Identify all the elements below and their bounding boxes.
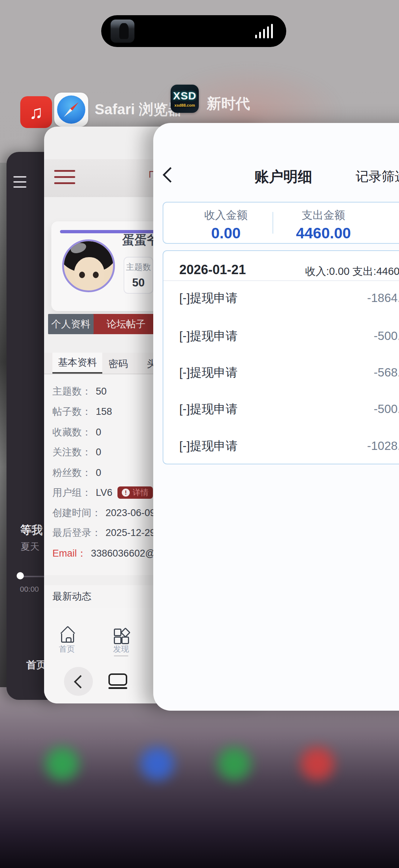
progress-handle[interactable] (17, 572, 24, 579)
background-card-sliver[interactable] (0, 163, 7, 687)
expense-value: 4460.00 (269, 226, 378, 241)
dock-icon-blur-blue (141, 747, 174, 780)
back-chevron-icon[interactable] (163, 167, 179, 183)
date-group-label: 2026-01-21 (179, 263, 246, 276)
xsd-logo-text: XSD (173, 90, 197, 101)
account-details-card[interactable]: 账户明细 记录筛选 收入金额 0.00 支出金额 4460.00 2026-01… (153, 123, 399, 711)
transaction-row-label[interactable]: [-]提现申请 (179, 366, 237, 378)
safari-app-label: Safari 浏览器 (95, 102, 182, 116)
transactions-panel: 2026-01-21 收入:0.00 支出:4460.00 [-]提现申请 -1… (163, 250, 399, 464)
nav-indicator (114, 655, 128, 656)
reader-tabs-icon[interactable] (108, 673, 127, 686)
now-playing-artwork (111, 20, 134, 43)
detail-row-favorites: 收藏数：0 (52, 427, 101, 437)
stat-label: 主题数 (124, 263, 153, 271)
xsd-app-label: 新时代 (207, 96, 250, 111)
xsd-logo-url: xsd88.com (175, 103, 195, 107)
section-title: 最新动态 (52, 592, 91, 601)
safari-app-icon[interactable] (54, 93, 88, 127)
audio-waveform-icon (255, 24, 275, 38)
topic-count-box: 主题数 50 (124, 257, 153, 294)
dock-icon-blur-red (301, 747, 334, 780)
dock-icon-blur-green (46, 747, 79, 780)
transaction-row-amount: -500.00 (374, 403, 399, 415)
detail-row-usergroup: 用户组：LV6 ! 详情 (52, 486, 153, 499)
usergroup-detail-badge[interactable]: ! 详情 (117, 486, 153, 499)
transaction-row-label[interactable]: [-]提现申请 (179, 403, 237, 415)
subtab-password[interactable]: 密码 (108, 359, 128, 369)
detail-row-topics: 主题数：50 (52, 387, 107, 396)
transaction-row-label[interactable]: [-]提现申请 (179, 330, 237, 342)
date-group-totals: 收入:0.00 支出:4460.00 (305, 266, 399, 277)
song-title: 等我 (20, 524, 43, 536)
xsd-app-icon[interactable]: XSD xsd88.com (171, 85, 199, 113)
music-nav-home[interactable]: 首页 (26, 660, 47, 670)
expense-column: 支出金额 4460.00 (269, 203, 378, 241)
transaction-row-amount: -1028.00 (367, 440, 399, 452)
income-value: 0.00 (172, 226, 280, 241)
app-switcher-screen: { "colors": {"accent_blue": "#2456c6", "… (0, 0, 399, 868)
exclamation-icon: ! (122, 489, 130, 497)
compass-icon (57, 95, 85, 124)
summary-panel: 收入金额 0.00 支出金额 4460.00 (163, 202, 399, 244)
netease-music-app-icon[interactable]: ♫ (20, 96, 52, 128)
income-column: 收入金额 0.00 (172, 203, 280, 241)
avatar[interactable] (62, 239, 115, 292)
dynamic-island[interactable] (101, 15, 286, 47)
music-note-icon: ♫ (29, 103, 43, 122)
transaction-row-amount: -568.00 (374, 366, 399, 378)
nav-home-label[interactable]: 首页 (59, 645, 75, 653)
detail-row-following: 关注数：0 (52, 447, 101, 457)
tab-personal-info[interactable]: 个人资料 (48, 314, 94, 334)
subtab-basic-info[interactable]: 基本资料 (52, 353, 102, 374)
dock-icon-blur-green2 (218, 747, 251, 780)
page-title: 账户明细 (244, 169, 323, 184)
divider (163, 280, 399, 281)
reader-tabs-icon-bar (108, 687, 127, 689)
transaction-row-label[interactable]: [-]提现申请 (179, 292, 237, 304)
tab-forum-posts[interactable]: 论坛帖子 (107, 314, 146, 334)
nav-discover-label[interactable]: 发现 (113, 645, 129, 653)
stat-value: 50 (124, 277, 153, 288)
transaction-row-amount: -1864.00 (367, 292, 399, 304)
detail-row-fans: 粉丝数：0 (52, 468, 101, 478)
song-artist: 夏天 (21, 542, 39, 551)
detail-row-created: 创建时间：2023-06-09 (52, 508, 155, 518)
detail-row-posts: 帖子数：158 (52, 407, 112, 417)
home-icon-door (66, 637, 72, 643)
record-filter-button[interactable]: 记录筛选 (356, 170, 399, 183)
detail-row-lastlogin: 最后登录：2025-12-29 (52, 528, 155, 538)
transaction-row-amount: -500.00 (374, 330, 399, 342)
playback-time: 00:00 (20, 585, 39, 593)
transaction-row-label[interactable]: [-]提现申请 (179, 440, 237, 452)
